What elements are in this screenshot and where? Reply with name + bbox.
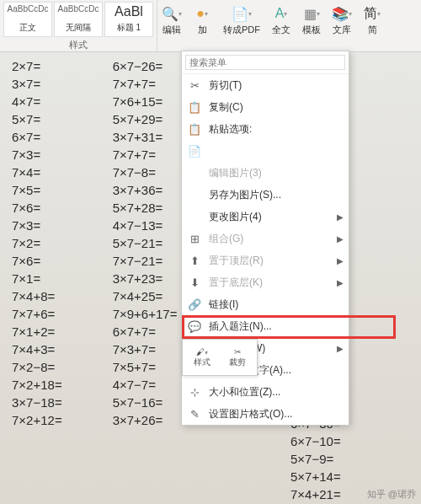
math-expression: 7×3= — [12, 218, 62, 233]
ribbon-btn-加[interactable]: ●▾加 — [189, 3, 215, 48]
menu-icon: ⊹ — [187, 384, 202, 399]
math-expression: 7×3+7= — [113, 342, 178, 357]
menu-item-链接(I)[interactable]: 🔗链接(I) — [182, 293, 349, 315]
menu-icon: ✎ — [187, 406, 202, 421]
math-column-1: 2×7=3×7=4×7=5×7=6×7=7×3=7×4=7×5=7×6=7×3=… — [12, 59, 62, 427]
math-expression: 7×4+25= — [113, 289, 178, 303]
math-expression: 7×2+18= — [12, 378, 62, 392]
ribbon-label: 编辑 — [163, 24, 181, 36]
ribbon-label: 模板 — [302, 24, 321, 36]
ribbon-label: 全文 — [272, 24, 290, 36]
menu-item-置于顶层(R): ⬆置于顶层(R)▶ — [182, 249, 349, 271]
math-expression: 7×2= — [12, 236, 62, 250]
math-expression: 3×7−18= — [12, 395, 62, 410]
menu-label: 更改图片(4) — [209, 210, 262, 224]
math-expression: 7×3= — [12, 147, 62, 162]
menu-search-wrap — [182, 51, 349, 74]
math-expression: 7×6= — [12, 254, 62, 268]
menu-icon: 📄 — [187, 143, 202, 158]
chevron-right-icon: ▶ — [337, 256, 344, 265]
math-expression: 7×7+7= — [113, 147, 178, 162]
menu-item-组合(G): ⊞组合(G)▶ — [182, 228, 349, 249]
brush-icon: 🖌▾ — [196, 347, 208, 357]
menu-label: 粘贴选项: — [209, 122, 252, 137]
math-expression: 4×7−7= — [113, 378, 178, 392]
math-expression: 7×4+3= — [12, 342, 62, 357]
chevron-right-icon: ▶ — [337, 278, 344, 287]
menu-item-粘贴选项:[interactable]: 📋粘贴选项: — [182, 118, 349, 140]
menu-item-剪切(T)[interactable]: ✂剪切(T) — [182, 74, 349, 96]
math-expression: 3×7+26= — [113, 413, 178, 427]
ribbon-btn-转成PDF[interactable]: 📄▾转成PDF — [220, 3, 264, 48]
mini-toolbar: 🖌▾样式 ✂裁剪 — [182, 339, 258, 376]
menu-icon: ⊞ — [187, 231, 202, 246]
ribbon-btn-文库[interactable]: 📚▾文库 — [329, 3, 354, 48]
menu-item-设置图片格式(O)...[interactable]: ✎设置图片格式(O)... — [182, 403, 349, 425]
ribbon-btn-简[interactable]: 简▾简 — [360, 3, 385, 48]
math-expression: 7×7+7= — [113, 77, 178, 91]
menu-label: 另存为图片(S)... — [209, 188, 281, 202]
ribbon-icon: 简▾ — [364, 5, 381, 22]
style-正文[interactable]: AaBbCcDc正文 — [3, 2, 52, 37]
menu-item-插入题注(N)...[interactable]: 💬插入题注(N)... — [182, 315, 349, 337]
menu-label: 设置图片格式(O)... — [209, 407, 292, 421]
menu-icon: ✂ — [187, 78, 202, 93]
style-无间隔[interactable]: AaBbCcDc无间隔 — [54, 2, 103, 37]
style-标题 1[interactable]: AaBl标题 1 — [104, 2, 153, 37]
math-expression: 5×7+14= — [290, 469, 341, 484]
math-expression: 7×4= — [12, 165, 62, 180]
ribbon-label: 简 — [368, 24, 377, 36]
style-preview: AaBl — [107, 4, 151, 21]
menu-label: 组合(G) — [209, 232, 243, 246]
menu-icon: 📋 — [187, 99, 202, 115]
math-expression: 3×7+36= — [113, 183, 178, 197]
math-expression: 5×7+28= — [113, 201, 178, 215]
menu-item-另存为图片(S)...[interactable]: 另存为图片(S)... — [182, 184, 349, 206]
chevron-right-icon: ▶ — [337, 344, 344, 353]
mini-style-button[interactable]: 🖌▾样式 — [194, 347, 210, 368]
mini-crop-button[interactable]: ✂裁剪 — [229, 347, 246, 368]
ribbon-icon: 🔍▾ — [163, 5, 180, 22]
chevron-right-icon: ▶ — [337, 234, 344, 244]
menu-item-paste-option[interactable]: 📄 — [182, 140, 349, 162]
menu-label: 复制(C) — [209, 100, 243, 115]
math-expression: 7×5= — [12, 183, 62, 197]
menu-icon: 🔗 — [187, 297, 202, 312]
style-name: 标题 1 — [107, 22, 151, 34]
math-expression: 2×7= — [12, 59, 62, 73]
menu-label: 插入题注(N)... — [209, 319, 272, 334]
ribbon-btn-全文[interactable]: A▾全文 — [269, 3, 294, 48]
math-expression: 4×7= — [12, 94, 62, 109]
ribbon-btn-编辑[interactable]: 🔍▾编辑 — [159, 3, 184, 48]
menu-item-更改图片(4)[interactable]: 更改图片(4)▶ — [182, 206, 349, 228]
ribbon-label: 转成PDF — [223, 24, 260, 36]
style-preview: AaBbCcDc — [6, 4, 50, 21]
menu-item-复制(C)[interactable]: 📋复制(C) — [182, 96, 349, 118]
menu-icon — [187, 209, 202, 224]
ribbon-icon: 📚▾ — [333, 5, 350, 22]
math-expression: 7×6+15= — [113, 94, 178, 109]
style-name: 正文 — [6, 22, 50, 34]
style-name: 无间隔 — [56, 22, 100, 34]
menu-label: 剪切(T) — [209, 78, 242, 93]
math-expression: 7×6= — [12, 201, 62, 215]
menu-icon — [187, 187, 202, 202]
math-expression: 7×1+2= — [12, 324, 62, 339]
menu-item-编辑图片(3): 编辑图片(3) — [182, 162, 349, 184]
ribbon-icon: 📄▾ — [233, 5, 250, 22]
ribbon-btn-模板[interactable]: ▦▾模板 — [299, 3, 324, 48]
menu-item-置于底层(K): ⬇置于底层(K)▶ — [182, 271, 349, 293]
menu-icon — [187, 165, 202, 180]
math-expression: 7×4+8= — [12, 289, 62, 303]
menu-search-input[interactable] — [185, 55, 345, 70]
math-expression: 7×4+21= — [290, 487, 341, 501]
watermark: 知乎 @珺乔 — [367, 488, 416, 501]
chevron-right-icon: ▶ — [337, 212, 344, 222]
menu-item-大小和位置(Z)...[interactable]: ⊹大小和位置(Z)... — [182, 381, 349, 403]
math-expression: 6×7−10= — [290, 434, 341, 448]
ribbon-icon: A▾ — [273, 5, 290, 22]
ribbon-actions: 🔍▾编辑●▾加📄▾转成PDFA▾全文▦▾模板📚▾文库简▾简 — [157, 0, 386, 51]
menu-icon: 📋 — [187, 121, 202, 137]
menu-label: 大小和位置(Z)... — [209, 385, 280, 399]
menu-icon: ⬇ — [187, 275, 202, 290]
